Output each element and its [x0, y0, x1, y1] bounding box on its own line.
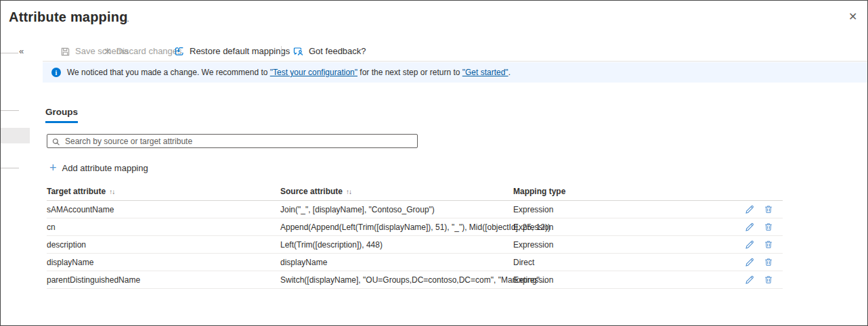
pencil-icon — [745, 239, 755, 250]
restore-default-mappings-button[interactable]: Restore default mappings — [174, 44, 290, 59]
pencil-icon — [745, 257, 755, 267]
trash-icon — [764, 222, 773, 232]
close-icon[interactable]: ✕ — [848, 11, 857, 22]
table-row: sAMAccountName Join("_", [displayName], … — [47, 201, 783, 218]
restore-icon — [174, 46, 185, 57]
got-feedback-button[interactable]: Got feedback? — [293, 44, 366, 59]
notification-banner: i We noticed that you made a change. We … — [43, 62, 868, 83]
attribute-mapping-panel: Attribute mapping ... ✕ « Save schema ✕ … — [0, 0, 868, 326]
sidebar-divider — [1, 53, 18, 53]
column-header-label: Source attribute — [280, 187, 343, 196]
banner-text-after: . — [508, 68, 511, 77]
info-icon: i — [51, 68, 61, 77]
dismiss-icon: ✕ — [104, 47, 112, 56]
sidebar-selected-item[interactable] — [1, 128, 30, 143]
toolbar-divider — [43, 61, 868, 62]
banner-text-middle: for the next step or return to — [357, 68, 462, 77]
table-row: cn Append(Append(Left(Trim([displayName]… — [47, 218, 783, 236]
mapping-type-cell: Expression — [513, 218, 553, 236]
source-attribute-cell: Append(Append(Left(Trim([displayName]), … — [280, 218, 550, 236]
target-attribute-cell: cn — [47, 218, 56, 236]
attribute-mappings-table: Target attribute↑↓ Source attribute↑↓ Ma… — [47, 185, 783, 289]
column-header-source-attribute[interactable]: Source attribute↑↓ — [280, 187, 351, 196]
feedback-icon — [293, 46, 304, 57]
target-attribute-cell: description — [47, 236, 86, 254]
edit-mapping-button[interactable] — [745, 222, 755, 232]
sort-icon[interactable]: ↑↓ — [346, 188, 351, 195]
mapping-type-cell: Expression — [513, 201, 553, 218]
edit-mapping-button[interactable] — [745, 239, 755, 250]
delete-mapping-button[interactable] — [764, 222, 773, 232]
mapping-type-cell: Direct — [513, 254, 534, 271]
search-container — [47, 134, 418, 148]
more-options-icon[interactable]: ... — [120, 14, 130, 24]
banner-text-before: We noticed that you made a change. We re… — [67, 68, 270, 77]
table-header-row: Target attribute↑↓ Source attribute↑↓ Ma… — [47, 185, 783, 201]
page-title: Attribute mapping — [9, 9, 128, 25]
banner-text: We noticed that you made a change. We re… — [67, 68, 511, 77]
trash-icon — [764, 275, 773, 285]
add-attribute-mapping-label: Add attribute mapping — [62, 163, 148, 173]
discard-changes-label: Discard changes — [116, 44, 182, 59]
column-header-label: Target attribute — [47, 187, 106, 196]
trash-icon — [764, 204, 773, 214]
sort-icon[interactable]: ↑↓ — [109, 188, 114, 195]
table-row: displayName displayName Direct — [47, 254, 783, 271]
column-header-target-attribute[interactable]: Target attribute↑↓ — [47, 187, 114, 196]
source-attribute-cell: displayName — [280, 254, 327, 271]
edit-mapping-button[interactable] — [745, 257, 755, 267]
restore-default-mappings-label: Restore default mappings — [190, 44, 290, 59]
search-input[interactable] — [47, 134, 418, 148]
sidebar-divider — [1, 110, 19, 111]
collapse-sidebar-icon[interactable]: « — [19, 46, 24, 56]
delete-mapping-button[interactable] — [764, 204, 773, 214]
pencil-icon — [745, 204, 755, 214]
source-attribute-cell: Switch([displayName], "OU=Groups,DC=cont… — [280, 271, 546, 289]
source-attribute-cell: Left(Trim([description]), 448) — [280, 236, 383, 254]
sidebar-divider — [1, 168, 19, 168]
target-attribute-cell: sAMAccountName — [47, 201, 114, 218]
delete-mapping-button[interactable] — [764, 275, 773, 285]
tab-groups[interactable]: Groups — [45, 107, 78, 123]
table-row: parentDistinguishedName Switch([displayN… — [47, 271, 783, 289]
add-attribute-mapping-button[interactable]: + Add attribute mapping — [49, 162, 148, 173]
test-your-configuration-link[interactable]: "Test your configuration" — [270, 68, 357, 77]
save-icon — [60, 47, 70, 57]
pencil-icon — [745, 222, 755, 232]
get-started-link[interactable]: "Get started" — [462, 68, 508, 77]
discard-changes-button[interactable]: ✕ Discard changes — [104, 44, 182, 59]
column-header-label: Mapping type — [513, 187, 565, 196]
got-feedback-label: Got feedback? — [309, 44, 366, 59]
source-attribute-cell: Join("_", [displayName], "Contoso_Group"… — [280, 201, 435, 218]
plus-icon: + — [49, 162, 57, 173]
edit-mapping-button[interactable] — [745, 275, 755, 285]
trash-icon — [764, 257, 773, 267]
trash-icon — [764, 239, 773, 250]
edit-mapping-button[interactable] — [745, 204, 755, 214]
target-attribute-cell: parentDistinguishedName — [47, 271, 140, 289]
delete-mapping-button[interactable] — [764, 239, 773, 250]
mapping-type-cell: Expression — [513, 236, 553, 254]
target-attribute-cell: displayName — [47, 254, 93, 271]
pencil-icon — [745, 275, 755, 285]
toolbar-separator — [281, 46, 282, 57]
column-header-mapping-type: Mapping type — [513, 187, 565, 196]
table-row: description Left(Trim([description]), 44… — [47, 236, 783, 254]
mapping-type-cell: Expression — [513, 271, 553, 289]
delete-mapping-button[interactable] — [764, 257, 773, 267]
